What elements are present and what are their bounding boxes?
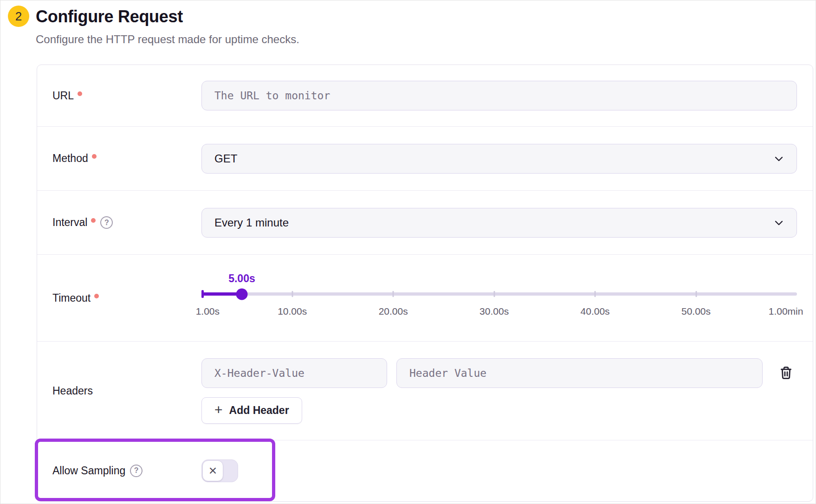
help-icon[interactable]: ? xyxy=(100,216,113,229)
timeout-row: Timeout 5.00s 1.00s10.00s20.00s30.00s40.… xyxy=(37,255,813,342)
interval-row: Interval ? Every 1 minute xyxy=(37,191,813,255)
x-icon: × xyxy=(209,464,217,478)
page-title: Configure Request xyxy=(36,7,183,26)
add-header-button[interactable]: + Add Header xyxy=(201,397,302,424)
plus-icon: + xyxy=(214,403,223,417)
chevron-down-icon xyxy=(773,153,784,164)
timeout-label: Timeout xyxy=(52,292,201,304)
toggle-knob-off: × xyxy=(202,460,223,481)
header-value-input[interactable] xyxy=(396,358,763,388)
slider-tick-mark xyxy=(393,291,394,297)
slider-tick-labels: 1.00s10.00s20.00s30.00s40.00s50.00s1.00m… xyxy=(201,306,797,320)
headers-row: Headers + xyxy=(37,342,813,440)
required-indicator xyxy=(91,218,96,223)
url-row: URL xyxy=(37,65,813,127)
step-number-badge: 2 xyxy=(8,6,29,27)
slider-tick-mark xyxy=(291,291,293,297)
chevron-down-icon xyxy=(773,217,784,228)
delete-header-button[interactable] xyxy=(772,358,800,388)
slider-tick-label: 50.00s xyxy=(681,306,711,317)
timeout-slider: 5.00s 1.00s10.00s20.00s30.00s40.00s50.00… xyxy=(201,272,797,323)
headers-label-text: Headers xyxy=(52,385,93,397)
slider-value-label: 5.00s xyxy=(228,272,255,285)
allow-sampling-row: Allow Sampling ? × xyxy=(37,440,813,501)
allow-sampling-label-text: Allow Sampling xyxy=(52,465,125,477)
interval-label: Interval ? xyxy=(52,216,201,229)
interval-select[interactable]: Every 1 minute xyxy=(201,208,797,238)
slider-tick-label: 40.00s xyxy=(581,306,610,317)
method-row: Method GET xyxy=(37,127,813,191)
headers-label: Headers xyxy=(52,385,201,397)
url-input[interactable] xyxy=(201,81,797,110)
slider-tick-mark xyxy=(493,291,495,297)
allow-sampling-label: Allow Sampling ? xyxy=(52,465,201,477)
slider-tick-label: 1.00s xyxy=(196,306,220,317)
required-indicator xyxy=(92,154,97,159)
url-label: URL xyxy=(52,90,201,102)
slider-tick-label: 20.00s xyxy=(379,306,408,317)
trash-icon xyxy=(779,365,793,381)
header-name-input[interactable] xyxy=(201,358,387,388)
timeout-label-text: Timeout xyxy=(52,292,91,304)
method-label: Method xyxy=(52,152,201,165)
slider-tick-label: 1.00min xyxy=(769,306,803,317)
method-selected-value: GET xyxy=(214,152,237,165)
slider-thumb[interactable] xyxy=(236,288,247,300)
allow-sampling-toggle[interactable]: × xyxy=(201,459,238,482)
method-label-text: Method xyxy=(52,152,88,165)
help-icon[interactable]: ? xyxy=(130,465,142,477)
url-label-text: URL xyxy=(52,90,74,102)
method-select[interactable]: GET xyxy=(201,144,797,174)
interval-selected-value: Every 1 minute xyxy=(214,216,289,229)
slider-tick-label: 10.00s xyxy=(278,306,307,317)
page-subtitle: Configure the HTTP request made for upti… xyxy=(36,33,299,46)
add-header-button-label: Add Header xyxy=(229,404,289,417)
configure-request-panel: URL Method GET Interval xyxy=(37,65,813,502)
required-indicator xyxy=(78,91,82,96)
slider-tick-mark xyxy=(695,291,697,297)
interval-label-text: Interval xyxy=(52,216,87,229)
slider-tick-mark xyxy=(595,291,596,297)
slider-track[interactable] xyxy=(201,292,797,296)
required-indicator xyxy=(94,294,99,298)
slider-tick-label: 30.00s xyxy=(479,306,509,317)
